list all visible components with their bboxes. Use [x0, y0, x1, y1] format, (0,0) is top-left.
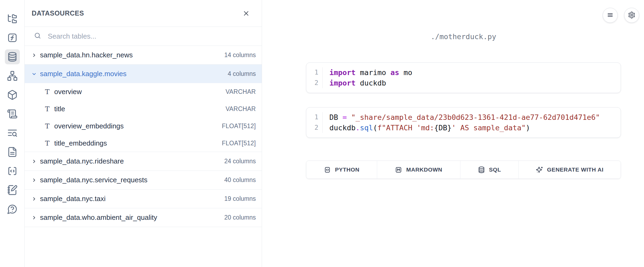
column-name: title	[54, 105, 225, 113]
column-type: VARCHAR	[225, 88, 256, 95]
cells-container: 12import marimo as moimport duckdb12DB =…	[306, 62, 621, 138]
code-editor[interactable]: import marimo as moimport duckdb	[323, 67, 621, 88]
add-cell-button-markdown[interactable]: MARKDOWN	[377, 161, 460, 179]
help-chat-icon	[7, 204, 18, 214]
line-numbers: 12	[306, 112, 323, 133]
settings-button[interactable]	[624, 8, 639, 23]
table-row[interactable]: sample_data.nyc.service_requests40 colum…	[25, 171, 262, 189]
chevron-right-icon	[31, 158, 37, 164]
text-type-icon: T	[43, 139, 51, 147]
rail-button-code-block[interactable]	[5, 164, 20, 179]
gear-icon	[628, 11, 635, 19]
code-cell: 12import marimo as moimport duckdb	[306, 62, 621, 93]
search-box	[25, 27, 262, 46]
line-numbers: 12	[306, 67, 323, 88]
chevron-right-icon	[31, 158, 37, 164]
code-editor[interactable]: DB = "_share/sample_data/23b0d623-1361-4…	[323, 112, 621, 133]
table-name: sample_data.kaggle.movies	[40, 70, 228, 78]
table-column-count: 24 columns	[224, 158, 256, 165]
rail-button-package[interactable]	[5, 87, 20, 102]
column-row[interactable]: Ttitle_embeddingsFLOAT[512]	[25, 135, 262, 152]
chevron-right-icon	[31, 177, 37, 183]
column-type: VARCHAR	[225, 105, 256, 113]
rail-button-document[interactable]	[5, 144, 20, 160]
column-name: title_embeddings	[54, 139, 222, 147]
search-input[interactable]	[47, 32, 255, 41]
table-group: sample_data.nyc.service_requests40 colum…	[25, 171, 262, 190]
table-row[interactable]: sample_data.kaggle.movies4 columns	[25, 65, 262, 83]
table-group: sample_data.hn.hacker_news14 columns	[25, 46, 262, 65]
document-icon	[7, 147, 18, 157]
folder-tree-icon	[7, 13, 18, 24]
chevron-right-icon	[31, 177, 37, 183]
table-name: sample_data.nyc.rideshare	[40, 157, 224, 165]
function-icon	[7, 32, 18, 43]
table-group: sample_data.kaggle.movies4 columnsToverv…	[25, 65, 262, 152]
table-group: sample_data.nyc.rideshare24 columns	[25, 152, 262, 171]
database-icon	[478, 166, 485, 173]
datasources-panel-header: DATASOURCES	[25, 0, 262, 27]
gear-icon	[628, 11, 635, 20]
notebook-menu-button[interactable]	[603, 8, 618, 23]
table-group: sample_data.who.ambient_air_quality20 co…	[25, 208, 262, 227]
table-name: sample_data.who.ambient_air_quality	[40, 213, 224, 222]
add-cell-button-generate-with-ai[interactable]: GENERATE WITH AI	[519, 161, 621, 179]
close-icon	[242, 10, 250, 18]
add-cell-bar: PYTHONMARKDOWNSQLGENERATE WITH AI	[306, 161, 621, 179]
chevron-right-icon	[31, 52, 37, 58]
list-search-icon	[7, 128, 18, 138]
add-cell-label: SQL	[489, 166, 501, 173]
notebook-filename: ./motherduck.py	[306, 32, 621, 41]
search-icon	[34, 32, 41, 39]
table-row[interactable]: sample_data.nyc.rideshare24 columns	[25, 152, 262, 170]
dependency-graph-icon	[7, 71, 18, 81]
app-window: DATASOURCES sample_data.hn.hacker_news14…	[0, 0, 644, 267]
add-cell-label: MARKDOWN	[406, 166, 442, 173]
add-cell-button-python[interactable]: PYTHON	[306, 161, 377, 179]
table-column-count: 40 columns	[224, 176, 256, 184]
table-row[interactable]: sample_data.hn.hacker_news14 columns	[25, 46, 262, 64]
column-type: FLOAT[512]	[222, 140, 256, 147]
table-column-count: 4 columns	[228, 70, 256, 77]
chevron-right-icon	[31, 196, 37, 202]
tables-list: sample_data.hn.hacker_news14 columnssamp…	[25, 46, 262, 267]
helper-panel-rail	[0, 0, 25, 267]
text-type-icon: T	[43, 122, 51, 130]
table-row[interactable]: sample_data.nyc.taxi19 columns	[25, 190, 262, 208]
notebook-pen-icon	[7, 185, 18, 195]
rail-button-scroll[interactable]	[5, 106, 20, 121]
rail-button-help-chat[interactable]	[5, 202, 20, 217]
add-cell-button-sql[interactable]: SQL	[460, 161, 519, 179]
text-type-icon: T	[43, 105, 51, 113]
code-box-icon	[324, 166, 331, 173]
chevron-down-icon	[31, 71, 37, 77]
notebook-content: ./motherduck.py 12import marimo as moimp…	[306, 32, 621, 179]
text-type-icon: T	[43, 88, 51, 96]
package-icon	[7, 90, 18, 100]
chevron-right-icon	[31, 215, 37, 221]
table-name: sample_data.nyc.taxi	[40, 195, 224, 203]
column-name: overview	[54, 88, 225, 96]
chevron-down-icon	[31, 71, 37, 77]
rail-button-list-search[interactable]	[5, 125, 20, 140]
rail-button-function[interactable]	[5, 30, 20, 45]
chevron-right-icon	[31, 215, 37, 221]
rail-button-database[interactable]	[5, 49, 20, 64]
column-row[interactable]: ToverviewVARCHAR	[25, 83, 262, 100]
table-column-count: 20 columns	[224, 214, 256, 221]
close-panel-button[interactable]	[241, 9, 251, 18]
search-icon	[34, 32, 41, 40]
rail-button-dependency-graph[interactable]	[5, 68, 20, 83]
menu-icon	[606, 11, 614, 20]
code-cell: 12DB = "_share/sample_data/23b0d623-1361…	[306, 107, 621, 138]
column-type: FLOAT[512]	[222, 123, 256, 130]
column-row[interactable]: TtitleVARCHAR	[25, 100, 262, 117]
table-row[interactable]: sample_data.who.ambient_air_quality20 co…	[25, 208, 262, 227]
rail-button-notebook-pen[interactable]	[5, 183, 20, 198]
table-name: sample_data.nyc.service_requests	[40, 176, 224, 184]
column-row[interactable]: Toverview_embeddingsFLOAT[512]	[25, 117, 262, 135]
chevron-right-icon	[31, 52, 37, 58]
menu-icon	[606, 11, 614, 19]
rail-button-folder-tree[interactable]	[5, 11, 20, 26]
add-cell-label: GENERATE WITH AI	[547, 166, 603, 173]
